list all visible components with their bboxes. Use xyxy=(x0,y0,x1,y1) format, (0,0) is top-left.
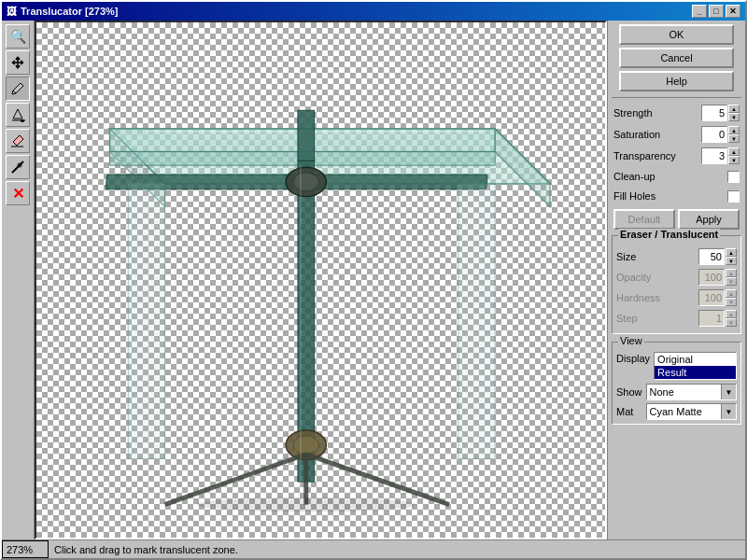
transparency-control: ▲ ▼ xyxy=(701,147,740,164)
window-content: 🔍 xyxy=(2,21,745,539)
cleanup-label: Clean-up xyxy=(613,171,655,182)
separator-1 xyxy=(612,97,741,98)
transparency-input[interactable] xyxy=(701,147,727,164)
default-apply-row: Default Apply xyxy=(613,209,740,230)
show-mat-controls: None ▼ Cyan Matte ▼ xyxy=(646,384,737,420)
transparency-row: Transparency ▲ ▼ xyxy=(613,147,740,165)
title-bar: 🖼 Translucator [273%] _ □ ✕ xyxy=(2,2,745,21)
eraser-hardness-up[interactable]: ▲ xyxy=(726,289,737,298)
eraser-group: Eraser / Translucent Size ▲ ▼ Opacity xyxy=(612,235,741,334)
eraser-step-input[interactable] xyxy=(698,310,725,327)
fill-tool[interactable] xyxy=(6,103,30,127)
mat-dropdown-arrow[interactable]: ▼ xyxy=(721,404,736,419)
brush-tool[interactable] xyxy=(6,77,30,101)
strength-control: ▲ ▼ xyxy=(701,105,740,121)
main-window: 🖼 Translucator [273%] _ □ ✕ 🔍 xyxy=(0,0,747,560)
apply-button[interactable]: Apply xyxy=(678,209,740,230)
zoom-tool[interactable]: 🔍 xyxy=(6,24,30,49)
right-panel: OK Cancel Help Strength ▲ ▼ xyxy=(607,21,745,539)
cancel-button[interactable]: Cancel xyxy=(619,48,734,68)
strength-up[interactable]: ▲ xyxy=(728,105,740,113)
mat-value: Cyan Matte xyxy=(647,406,721,417)
transparency-label: Transparency xyxy=(613,150,676,161)
eraser-size-down[interactable]: ▼ xyxy=(726,257,737,265)
display-result[interactable]: Result xyxy=(655,366,736,379)
window-icon: 🖼 xyxy=(7,6,17,17)
strength-input[interactable] xyxy=(701,105,727,121)
svg-point-24 xyxy=(196,497,416,512)
left-toolbar: 🔍 xyxy=(2,21,35,539)
zoom-display: 273% xyxy=(2,540,49,558)
eraser-opacity-down[interactable]: ▼ xyxy=(726,277,737,286)
help-button[interactable]: Help xyxy=(619,71,734,91)
saturation-spinners: ▲ ▼ xyxy=(728,126,740,143)
show-value: None xyxy=(647,386,721,398)
eraser-size-input[interactable] xyxy=(698,248,725,265)
eraser-hardness-down[interactable]: ▼ xyxy=(726,298,737,306)
svg-marker-0 xyxy=(13,109,22,119)
minimize-button[interactable]: _ xyxy=(692,5,707,18)
eraser-size-spinners: ▲ ▼ xyxy=(726,248,737,265)
saturation-input[interactable] xyxy=(701,126,727,143)
show-mat-labels: Show Mat xyxy=(616,384,642,420)
title-bar-buttons: _ □ ✕ xyxy=(692,5,740,18)
saturation-up[interactable]: ▲ xyxy=(728,126,740,134)
eraser-hardness-input[interactable] xyxy=(698,289,725,306)
display-label: Display xyxy=(616,352,650,364)
cleanup-checkbox[interactable] xyxy=(727,171,740,183)
strength-down[interactable]: ▼ xyxy=(728,113,740,121)
canvas-image xyxy=(36,22,605,538)
fillholes-checkbox[interactable] xyxy=(727,190,740,203)
svg-line-22 xyxy=(306,455,449,505)
display-original[interactable]: Original xyxy=(655,353,736,366)
eraser-hardness-label: Hardness xyxy=(616,292,660,303)
svg-point-18 xyxy=(293,173,319,191)
eraser-opacity-up[interactable]: ▲ xyxy=(726,269,737,277)
eraser-hardness-control: ▲ ▼ xyxy=(698,289,737,306)
transparency-spinners: ▲ ▼ xyxy=(728,147,740,164)
eraser-step-row: Step ▲ ▼ xyxy=(616,309,737,328)
eraser-size-label: Size xyxy=(616,251,636,262)
eraser-group-title: Eraser / Translucent xyxy=(618,229,720,240)
saturation-down[interactable]: ▼ xyxy=(728,134,740,143)
transparency-up[interactable]: ▲ xyxy=(728,147,740,156)
ok-button[interactable]: OK xyxy=(619,24,734,45)
eraser-step-control: ▲ ▼ xyxy=(698,310,737,327)
show-dropdown-arrow[interactable]: ▼ xyxy=(721,385,736,399)
eraser-step-up[interactable]: ▲ xyxy=(726,310,737,318)
view-group: View Display Original Result Show Mat xyxy=(612,342,741,425)
show-dropdown[interactable]: None ▼ xyxy=(646,384,737,400)
move-tool[interactable] xyxy=(6,50,30,75)
eraser-size-control: ▲ ▼ xyxy=(698,248,737,265)
svg-rect-13 xyxy=(298,110,315,161)
eraser-opacity-label: Opacity xyxy=(616,272,651,283)
delete-tool[interactable]: ✕ xyxy=(6,181,30,205)
eraser-opacity-control: ▲ ▼ xyxy=(698,269,737,286)
maximize-button[interactable]: □ xyxy=(709,5,724,18)
saturation-row: Saturation ▲ ▼ xyxy=(613,125,740,144)
eraser-opacity-input[interactable] xyxy=(698,269,725,286)
status-message: Click and drag to mark translucent zone. xyxy=(49,544,244,555)
mat-dropdown[interactable]: Cyan Matte ▼ xyxy=(646,403,737,420)
svg-marker-26 xyxy=(458,184,495,459)
saturation-label: Saturation xyxy=(613,129,660,140)
display-list: Original Result xyxy=(654,352,737,380)
canvas-area[interactable] xyxy=(35,21,607,539)
eraser-size-up[interactable]: ▲ xyxy=(726,248,737,257)
eraser-tool[interactable] xyxy=(6,129,30,153)
view-group-title: View xyxy=(618,335,644,346)
default-button[interactable]: Default xyxy=(613,209,675,230)
crossout-tool[interactable] xyxy=(6,155,30,179)
eraser-opacity-spinners: ▲ ▼ xyxy=(726,269,737,286)
eraser-hardness-spinners: ▲ ▼ xyxy=(726,289,737,306)
svg-line-21 xyxy=(165,455,306,505)
svg-point-20 xyxy=(293,436,319,455)
saturation-control: ▲ ▼ xyxy=(701,126,740,143)
close-button[interactable]: ✕ xyxy=(726,5,740,18)
svg-line-3 xyxy=(12,161,23,173)
fillholes-label: Fill Holes xyxy=(613,190,655,202)
strength-spinners: ▲ ▼ xyxy=(728,105,740,121)
transparency-down[interactable]: ▼ xyxy=(728,156,740,164)
eraser-step-down[interactable]: ▼ xyxy=(726,318,737,327)
cleanup-row: Clean-up xyxy=(613,168,740,185)
